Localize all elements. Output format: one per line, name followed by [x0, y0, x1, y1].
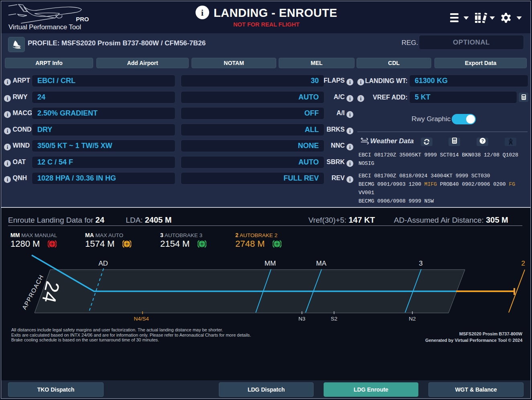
- svg-text:3: 3: [419, 260, 422, 267]
- svg-text:N3: N3: [298, 316, 305, 322]
- svg-text:N2: N2: [409, 316, 416, 322]
- svg-text:AD: AD: [98, 260, 108, 267]
- svg-text:2: 2: [521, 260, 525, 267]
- svg-text:S2: S2: [331, 316, 338, 322]
- svg-text:MM: MM: [265, 260, 276, 267]
- svg-text:MA: MA: [316, 260, 326, 267]
- svg-text:i: i: [201, 8, 204, 18]
- svg-text:?: ?: [481, 138, 483, 143]
- svg-text:N4/S4: N4/S4: [134, 316, 149, 322]
